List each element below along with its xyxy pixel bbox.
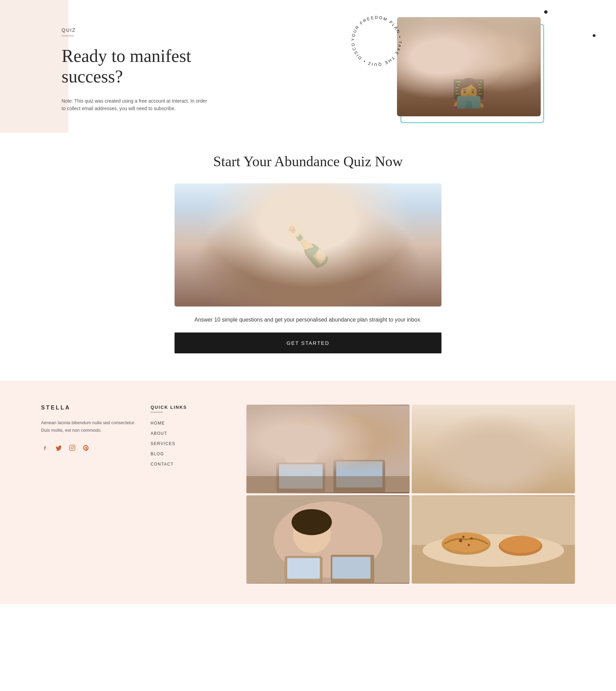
svg-point-10 (433, 34, 457, 49)
footer-image-grid (246, 405, 575, 584)
quiz-content-right: YOUR FREEDOM PLAN • TAKE THE QUIZ • DISC… (339, 0, 616, 133)
footer-nav-about[interactable]: ABOUT (151, 431, 226, 436)
svg-point-49 (344, 423, 366, 445)
svg-point-76 (468, 544, 470, 546)
svg-rect-45 (279, 464, 322, 489)
svg-point-54 (428, 427, 559, 482)
footer-img-1 (246, 405, 410, 493)
footer-nav-contact[interactable]: CONTACT (151, 462, 226, 467)
svg-point-31 (287, 271, 329, 298)
footer-img-4 (412, 495, 575, 584)
footer-img-3 (246, 495, 410, 584)
svg-point-74 (471, 537, 473, 539)
pinterest-icon[interactable] (82, 444, 90, 452)
svg-rect-1 (397, 17, 541, 116)
svg-rect-5 (472, 70, 517, 99)
svg-point-30 (346, 247, 349, 250)
svg-point-39 (74, 446, 74, 446)
svg-point-2 (428, 38, 462, 79)
svg-point-28 (343, 243, 345, 245)
svg-rect-24 (337, 255, 342, 262)
svg-point-61 (292, 509, 332, 535)
svg-point-17 (294, 220, 322, 239)
twitter-icon[interactable] (55, 444, 62, 452)
get-started-button[interactable]: GET STARTED (175, 333, 441, 353)
footer: STELLA Aenean lacinia bibendum nulla sed… (0, 381, 616, 604)
svg-point-75 (462, 536, 464, 538)
svg-point-56 (507, 440, 529, 447)
svg-point-29 (326, 247, 328, 249)
svg-point-15 (205, 279, 411, 307)
svg-text:YOUR FREEDOM PLAN • TAKE THE Q: YOUR FREEDOM PLAN • TAKE THE QUIZ • DISC… (346, 10, 402, 67)
svg-point-26 (327, 245, 347, 255)
svg-rect-33 (298, 289, 305, 307)
quiz-note: Note: This quiz was created using a free… (62, 97, 212, 113)
svg-rect-4 (424, 72, 465, 99)
svg-point-11 (483, 33, 503, 47)
social-icons-group (41, 444, 137, 452)
svg-point-68 (423, 534, 564, 566)
svg-point-50 (343, 417, 367, 435)
svg-rect-23 (335, 259, 343, 286)
quiz-section-label: QUIZ (62, 27, 318, 33)
svg-point-48 (287, 419, 315, 438)
svg-point-41 (282, 423, 320, 469)
footer-nav-blog[interactable]: BLOG (151, 452, 226, 456)
svg-point-38 (71, 446, 74, 449)
svg-point-16 (294, 222, 322, 255)
footer-brand: STELLA Aenean lacinia bibendum nulla sed… (41, 405, 151, 584)
instagram-icon[interactable] (68, 444, 76, 452)
svg-point-8 (434, 39, 456, 61)
quick-links-divider (151, 412, 163, 413)
svg-rect-64 (287, 558, 320, 578)
svg-rect-13 (175, 183, 441, 307)
svg-rect-37 (69, 445, 75, 451)
svg-point-73 (459, 539, 462, 542)
quiz-heading: Ready to manifest success? (62, 46, 318, 87)
svg-point-42 (338, 423, 373, 464)
svg-point-47 (288, 424, 314, 450)
svg-rect-14 (175, 218, 441, 307)
svg-point-72 (500, 536, 541, 553)
facebook-icon[interactable] (41, 444, 49, 452)
hero-photo (397, 17, 541, 116)
circular-badge: YOUR FREEDOM PLAN • TAKE THE QUIZ • DISC… (346, 10, 407, 72)
svg-rect-52 (412, 405, 575, 492)
svg-rect-18 (294, 231, 297, 252)
abundance-title: Start Your Abundance Quiz Now (7, 153, 609, 170)
quiz-label-divider (62, 36, 74, 36)
svg-rect-12 (397, 92, 541, 116)
svg-rect-46 (336, 461, 382, 487)
abundance-quiz-section: Start Your Abundance Quiz Now (0, 133, 616, 381)
svg-point-19 (289, 242, 327, 283)
svg-rect-55 (507, 444, 529, 463)
svg-rect-53 (412, 438, 575, 493)
svg-line-22 (325, 259, 339, 272)
svg-point-70 (443, 532, 489, 552)
footer-logo: STELLA (41, 405, 137, 411)
svg-rect-7 (474, 72, 515, 95)
svg-point-27 (331, 244, 333, 247)
svg-rect-40 (246, 405, 410, 492)
quiz-content-left: QUIZ Ready to manifest success? Note: Th… (0, 0, 339, 133)
footer-img-2 (412, 405, 575, 493)
svg-point-32 (304, 236, 312, 244)
svg-rect-51 (246, 476, 410, 493)
svg-rect-25 (336, 252, 342, 256)
footer-nav-services[interactable]: SERVICES (151, 441, 226, 446)
svg-rect-43 (276, 462, 325, 492)
quiz-top-section: QUIZ Ready to manifest success? Note: Th… (0, 0, 616, 133)
footer-nav-home[interactable]: HOME (151, 421, 226, 426)
svg-rect-20 (289, 252, 327, 279)
footer-quick-links: QUICK LINKS HOME ABOUT SERVICES BLOG CON… (151, 405, 246, 584)
svg-point-9 (483, 38, 502, 57)
quick-links-title: QUICK LINKS (151, 405, 226, 410)
footer-description: Aenean lacinia bibendum nulla sed consec… (41, 419, 137, 434)
quiz-description: Answer 10 simple questions and get your … (7, 317, 609, 323)
svg-rect-34 (311, 289, 318, 307)
svg-rect-35 (175, 183, 441, 307)
svg-line-21 (277, 259, 291, 269)
quiz-hero-image (175, 183, 441, 307)
svg-rect-65 (332, 557, 370, 579)
svg-point-57 (423, 438, 488, 476)
